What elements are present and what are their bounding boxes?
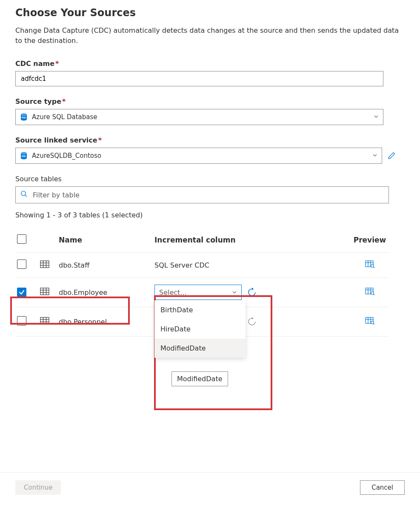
source-linked-label: Source linked service* <box>15 136 405 144</box>
preview-button[interactable] <box>365 288 374 295</box>
table-icon <box>40 262 49 270</box>
required-asterisk: * <box>98 136 102 144</box>
cdc-name-input[interactable] <box>15 71 383 86</box>
col-header-preview: Preview <box>351 230 389 253</box>
row-name: dbo.Personnel <box>59 307 154 337</box>
dropdown-item[interactable]: ModifiedDate <box>154 339 246 358</box>
preview-icon <box>365 317 374 325</box>
svg-line-7 <box>25 195 27 197</box>
sql-database-icon: SQL <box>20 113 28 121</box>
edit-linked-service-button[interactable] <box>385 149 398 163</box>
svg-rect-19 <box>40 288 49 295</box>
preview-icon <box>365 260 374 268</box>
refresh-button[interactable] <box>246 316 258 328</box>
row-checkbox[interactable] <box>17 316 26 325</box>
svg-point-39 <box>371 321 374 324</box>
table-icon <box>40 289 49 297</box>
chevron-down-icon <box>372 152 377 160</box>
svg-text:SQL: SQL <box>21 116 26 119</box>
select-all-checkbox[interactable] <box>17 234 26 244</box>
cdc-name-label-text: CDC name <box>15 60 54 68</box>
refresh-button[interactable] <box>246 286 258 298</box>
svg-point-17 <box>371 265 374 267</box>
required-asterisk: * <box>55 60 59 68</box>
preview-icon <box>365 288 374 295</box>
pencil-icon <box>387 151 396 160</box>
footer: Continue Cancel <box>0 472 420 495</box>
incremental-column-dropdown: BirthDate HireDate ModifiedDate <box>154 300 246 358</box>
source-tables-label: Source tables <box>15 175 405 183</box>
source-linked-select[interactable]: SQL AzureSQLDB_Contoso <box>15 148 382 164</box>
page-description: Change Data Capture (CDC) automatically … <box>15 26 405 46</box>
source-linked-label-text: Source linked service <box>15 136 97 144</box>
preview-button[interactable] <box>365 260 374 268</box>
source-type-label-text: Source type <box>15 97 61 106</box>
incremental-column-value: SQL Server CDC <box>154 253 351 278</box>
row-checkbox[interactable] <box>17 288 26 297</box>
source-type-select[interactable]: SQL Azure SQL Database <box>15 109 383 125</box>
table-row: dbo.Staff SQL Server CDC <box>15 253 389 278</box>
svg-point-4 <box>21 152 27 155</box>
chevron-down-icon <box>232 288 237 297</box>
preview-button[interactable] <box>365 317 374 325</box>
svg-rect-30 <box>40 317 49 324</box>
continue-button[interactable]: Continue <box>15 480 61 495</box>
col-header-incremental: Incremental column <box>154 230 351 253</box>
svg-point-1 <box>21 114 27 116</box>
sql-database-icon: SQL <box>20 152 28 160</box>
incremental-column-select[interactable]: Select... <box>154 285 242 300</box>
svg-point-28 <box>371 292 374 294</box>
svg-line-18 <box>373 267 374 268</box>
table-count-text: Showing 1 - 3 of 3 tables (1 selected) <box>15 211 405 219</box>
refresh-icon <box>247 317 257 326</box>
row-checkbox[interactable] <box>17 260 26 269</box>
dropdown-item[interactable]: BirthDate <box>154 300 246 320</box>
source-linked-value: AzureSQLDB_Contoso <box>32 152 101 160</box>
dropdown-item[interactable]: HireDate <box>154 320 246 339</box>
tooltip: ModifiedDate <box>171 371 228 386</box>
svg-text:SQL: SQL <box>21 155 26 157</box>
svg-point-6 <box>21 191 26 195</box>
svg-rect-8 <box>40 261 49 268</box>
cdc-name-label: CDC name* <box>15 60 405 68</box>
cancel-button[interactable]: Cancel <box>360 480 405 495</box>
chevron-down-icon <box>374 113 379 121</box>
select-placeholder: Select... <box>159 288 187 297</box>
refresh-icon <box>247 288 257 297</box>
svg-line-40 <box>373 323 374 325</box>
row-name: dbo.Staff <box>59 253 154 278</box>
filter-table-input[interactable] <box>15 186 389 203</box>
row-name: dbo.Employee <box>59 278 154 307</box>
required-asterisk: * <box>62 97 66 106</box>
page-title: Choose Your Sources <box>15 7 405 19</box>
source-type-value: Azure SQL Database <box>32 113 97 121</box>
col-header-name: Name <box>59 230 154 253</box>
table-row: dbo.Employee Select... <box>15 278 389 307</box>
table-icon <box>40 318 49 326</box>
source-type-label: Source type* <box>15 97 405 106</box>
search-icon <box>20 191 28 200</box>
svg-line-29 <box>373 294 374 295</box>
